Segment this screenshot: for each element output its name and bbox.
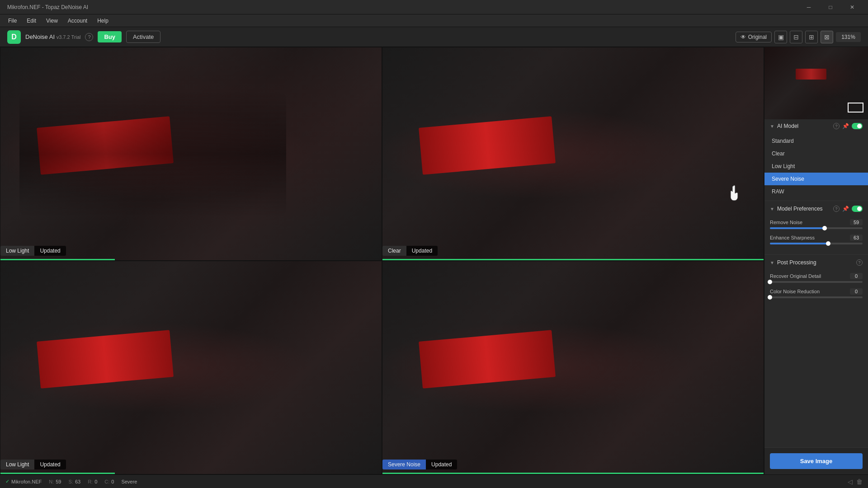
right-panel: ▼ AI Model ? 📌 Standard Clear Low Light …	[764, 47, 868, 474]
ai-model-title: AI Model	[777, 123, 830, 129]
progress-bar-top-right	[382, 259, 764, 260]
model-prefs-title: Model Preferences	[777, 206, 830, 212]
thumbnail-viewport[interactable]	[848, 103, 863, 113]
status-n-value: 59	[56, 479, 61, 484]
menu-view[interactable]: View	[42, 16, 62, 26]
check-icon: ✓	[5, 479, 9, 484]
status-c-value: 0	[111, 479, 114, 484]
collapse-icon-prefs: ▼	[770, 206, 774, 211]
image-preview-top-left	[0, 47, 382, 260]
zoom-display[interactable]: 131%	[836, 32, 861, 42]
image-cell-top-left[interactable]: Low Light Updated	[0, 47, 382, 261]
model-prefs-help-button[interactable]: ?	[833, 206, 840, 212]
recover-detail-track[interactable]	[770, 281, 863, 283]
model-prefs-section-header[interactable]: ▼ Model Preferences ? 📌	[764, 202, 868, 216]
image-cell-top-right[interactable]: Clear Updated	[382, 47, 764, 261]
cell-label-bottom-left: Low Light Updated	[0, 460, 382, 469]
maximize-button[interactable]: □	[820, 0, 841, 14]
status-s: S: 63	[69, 479, 81, 484]
progress-bar-bottom-right	[382, 473, 764, 474]
color-noise-row: Color Noise Reduction 0	[770, 288, 863, 298]
remove-noise-track[interactable]	[770, 227, 863, 229]
menu-help[interactable]: Help	[93, 16, 113, 26]
view-split-h-button[interactable]: ⊟	[790, 31, 802, 43]
color-noise-thumb[interactable]	[768, 295, 772, 300]
progress-bar-top-left	[0, 259, 115, 260]
status-model-value: Severe	[121, 479, 137, 484]
divider-2	[764, 254, 868, 255]
model-option-clear[interactable]: Clear	[764, 147, 868, 160]
image-cell-bottom-right[interactable]: Severe Noise Updated	[382, 261, 764, 474]
recover-detail-value[interactable]: 0	[850, 273, 863, 279]
model-option-standard[interactable]: Standard	[764, 135, 868, 147]
status-prev-icon[interactable]: ◁	[848, 478, 853, 485]
enhance-sharpness-value[interactable]: 63	[850, 235, 863, 241]
status-n: N: 59	[49, 479, 61, 484]
recover-detail-thumb[interactable]	[768, 280, 772, 284]
model-label-top-right: Clear	[382, 246, 406, 256]
enhance-sharpness-thumb[interactable]	[826, 241, 830, 246]
activate-button[interactable]: Activate	[126, 31, 160, 43]
save-button-container: Save Image	[764, 447, 868, 474]
ai-model-toggle[interactable]	[852, 123, 863, 129]
remove-noise-thumb[interactable]	[822, 226, 827, 230]
image-preview-bottom-left	[0, 261, 382, 474]
title-bar: Mikrofon.NEF - Topaz DeNoise AI ─ □ ✕	[0, 0, 868, 14]
minimize-button[interactable]: ─	[798, 0, 819, 14]
image-canvas: Low Light Updated Clear Updated Low Ligh…	[0, 47, 764, 474]
enhance-sharpness-row: Enhance Sharpness 63	[770, 235, 863, 244]
post-processing-help-button[interactable]: ?	[856, 259, 863, 266]
status-action-icons: ◁ 🗑	[848, 478, 863, 485]
thumbnail-area	[764, 47, 868, 119]
version-badge: v3.7.2 Trial	[57, 34, 81, 40]
app-help-button[interactable]: ?	[85, 33, 93, 41]
remove-noise-value[interactable]: 59	[850, 219, 863, 225]
status-s-value: 63	[75, 479, 80, 484]
view-quad-button[interactable]: ⊠	[821, 31, 833, 43]
app-name: DeNoise AI v3.7.2 Trial	[25, 33, 80, 40]
status-label-bottom-right: Updated	[426, 460, 457, 469]
model-option-raw[interactable]: RAW	[764, 185, 868, 198]
color-noise-label: Color Noise Reduction	[770, 289, 820, 294]
model-prefs-toggle[interactable]	[852, 206, 863, 212]
status-file: ✓ Mikrofon.NEF	[5, 479, 42, 484]
ai-model-section-header[interactable]: ▼ AI Model ? 📌	[764, 119, 868, 133]
status-label-top-left: Updated	[34, 246, 66, 256]
buy-button[interactable]: Buy	[98, 31, 122, 42]
enhance-sharpness-label: Enhance Sharpness	[770, 235, 815, 240]
model-label-bottom-right: Severe Noise	[382, 460, 426, 469]
menu-bar: File Edit View Account Help	[0, 14, 868, 27]
image-preview-top-right	[382, 47, 764, 260]
enhance-sharpness-fill	[770, 243, 828, 244]
menu-account[interactable]: Account	[63, 16, 92, 26]
model-option-severe-noise[interactable]: Severe Noise	[764, 173, 868, 185]
post-processing-content: Recover Original Detail 0 Color Noise Re…	[764, 269, 868, 307]
cell-label-top-right: Clear Updated	[382, 246, 764, 256]
menu-edit[interactable]: Edit	[22, 16, 41, 26]
original-toggle[interactable]: 👁 Original	[736, 32, 772, 42]
model-option-low-light[interactable]: Low Light	[764, 160, 868, 173]
color-noise-track[interactable]	[770, 296, 863, 298]
save-image-button[interactable]: Save Image	[770, 453, 863, 469]
eye-icon: 👁	[741, 34, 746, 40]
menu-file[interactable]: File	[4, 16, 21, 26]
status-filename: Mikrofon.NEF	[11, 479, 42, 484]
view-split-v-button[interactable]: ⊞	[805, 31, 818, 43]
cell-label-bottom-right: Severe Noise Updated	[382, 460, 764, 469]
color-noise-value[interactable]: 0	[850, 288, 863, 295]
status-delete-icon[interactable]: 🗑	[856, 478, 863, 485]
post-processing-title: Post Processing	[777, 259, 854, 266]
image-cell-bottom-left[interactable]: Low Light Updated	[0, 261, 382, 474]
status-c: C: 0	[104, 479, 114, 484]
model-label-bottom-left: Low Light	[0, 460, 34, 469]
ai-model-help-button[interactable]: ?	[833, 123, 840, 129]
post-processing-section-header[interactable]: ▼ Post Processing ?	[764, 256, 868, 269]
view-single-button[interactable]: ▣	[774, 31, 787, 43]
enhance-sharpness-track[interactable]	[770, 243, 863, 244]
pin-icon: 📌	[842, 123, 849, 129]
remove-noise-fill	[770, 227, 825, 229]
status-label-top-right: Updated	[406, 246, 438, 256]
recover-detail-label: Recover Original Detail	[770, 273, 821, 279]
divider-1	[764, 201, 868, 201]
close-button[interactable]: ✕	[842, 0, 863, 14]
